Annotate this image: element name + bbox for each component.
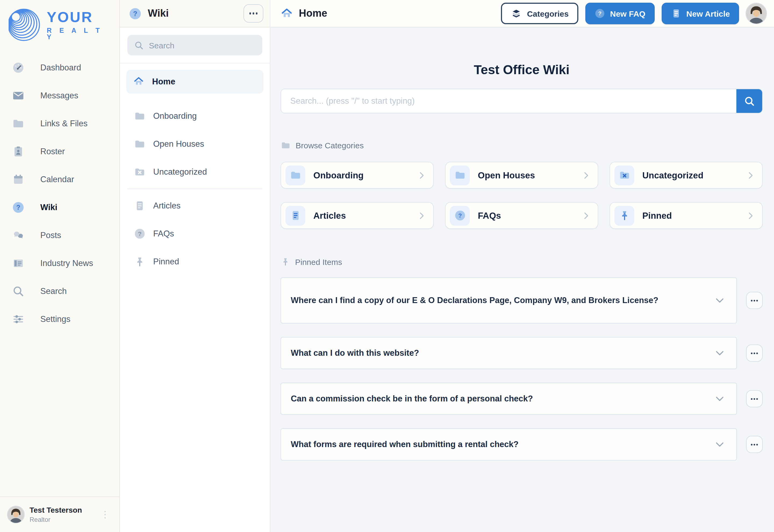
wiki-item-uncategorized[interactable]: Uncategorized [126, 158, 263, 186]
user-role: Realtor [30, 516, 92, 523]
sidebar-item-calendar[interactable]: Calendar [0, 166, 119, 193]
user-avatar [8, 506, 24, 523]
article-icon [134, 200, 146, 212]
main-area: Home Categories New FAQ New Article [270, 0, 774, 532]
search-icon [743, 95, 755, 107]
folder-icon [281, 140, 291, 150]
main-search-input[interactable] [281, 89, 736, 113]
app-window: YOUR R E A L T Y Dashboard Messages Link… [0, 0, 774, 532]
sidebar: YOUR R E A L T Y Dashboard Messages Link… [0, 0, 120, 532]
brand-name-sub: R E A L T Y [47, 27, 114, 41]
pin-icon [614, 206, 634, 225]
user-profile[interactable]: Test Testerson Realtor ⋮ [0, 497, 119, 532]
sidebar-item-search[interactable]: Search [0, 277, 119, 305]
sidebar-nav: Dashboard Messages Links & Files Roster … [0, 54, 119, 497]
pinned-item-menu-button[interactable] [746, 292, 763, 309]
article-icon [671, 8, 682, 19]
wiki-search-input[interactable] [149, 41, 256, 50]
chevron-down-icon[interactable] [714, 294, 726, 306]
page-title: Test Office Wiki [281, 62, 763, 78]
wiki-search-section [120, 27, 270, 63]
pinned-question-card[interactable]: What can I do with this website? [281, 337, 737, 369]
home-icon [280, 7, 293, 20]
envelope-icon [12, 89, 25, 102]
chevron-down-icon[interactable] [714, 347, 726, 359]
chevron-down-icon[interactable] [714, 393, 726, 405]
question-circle-icon [450, 206, 470, 225]
pinned-items-label: Pinned Items [281, 257, 763, 267]
wiki-item-label: Articles [153, 201, 181, 211]
categories-button[interactable]: Categories [501, 3, 578, 24]
wiki-item-articles[interactable]: Articles [126, 192, 263, 220]
layers-icon [511, 8, 522, 19]
sidebar-item-label: Links & Files [40, 119, 88, 128]
sidebar-item-label: Messages [40, 91, 78, 100]
pinned-question-card[interactable]: Where can I find a copy of our E & O Dec… [281, 277, 737, 323]
sidebar-item-messages[interactable]: Messages [0, 82, 119, 110]
category-card-open-houses[interactable]: Open Houses [445, 162, 598, 189]
header-actions: Categories New FAQ New Article [501, 3, 766, 24]
folder-icon [450, 165, 470, 185]
pinned-item-menu-button[interactable] [746, 436, 763, 453]
user-menu-icon[interactable]: ⋮ [97, 508, 113, 521]
new-faq-button[interactable]: New FAQ [585, 3, 655, 24]
pinned-question-text: What can I do with this website? [291, 345, 435, 361]
search-icon [12, 285, 25, 298]
wiki-menu-button[interactable] [243, 4, 263, 23]
wiki-question-icon [128, 7, 142, 20]
chevron-down-icon[interactable] [714, 438, 726, 450]
pinned-question-card[interactable]: What forms are required when submitting … [281, 428, 737, 461]
sidebar-item-dashboard[interactable]: Dashboard [0, 54, 119, 82]
sidebar-item-links-files[interactable]: Links & Files [0, 110, 119, 138]
pin-icon [281, 257, 290, 267]
pinned-item-menu-button[interactable] [746, 344, 763, 362]
chevron-right-icon [417, 170, 427, 180]
main-header: Home Categories New FAQ New Article [270, 0, 774, 27]
page-header-title: Home [299, 8, 327, 19]
sidebar-item-posts[interactable]: Posts [0, 221, 119, 249]
pinned-item-row: What can I do with this website? [281, 337, 763, 369]
category-card-faqs[interactable]: FAQs [445, 202, 598, 229]
user-name: Test Testerson [30, 506, 92, 514]
user-avatar[interactable] [746, 3, 766, 24]
folder-x-icon [134, 166, 146, 178]
wiki-item-faqs[interactable]: FAQs [126, 220, 263, 248]
pinned-item-menu-button[interactable] [746, 390, 763, 407]
home-icon [133, 76, 145, 88]
category-card-uncategorized[interactable]: Uncategorized [610, 162, 763, 189]
sidebar-item-wiki[interactable]: Wiki [0, 193, 119, 221]
wiki-panel-header: Wiki [120, 0, 270, 27]
main-search [281, 89, 763, 113]
wiki-item-onboarding[interactable]: Onboarding [126, 102, 263, 130]
pinned-question-card[interactable]: Can a commission check be in the form of… [281, 383, 737, 415]
divider [127, 189, 262, 189]
wiki-nav-list: Home Onboarding Open Houses Uncategorize… [120, 63, 270, 282]
main-content: Test Office Wiki Browse Categories Onboa… [270, 27, 774, 532]
category-card-articles[interactable]: Articles [281, 202, 434, 229]
wiki-item-label: Home [152, 77, 175, 87]
folder-icon [134, 110, 146, 122]
wiki-item-open-houses[interactable]: Open Houses [126, 130, 263, 158]
folder-icon [134, 138, 146, 150]
pinned-item-row: Can a commission check be in the form of… [281, 383, 763, 415]
brand-spiral-icon [9, 9, 42, 42]
sidebar-item-roster[interactable]: Roster [0, 138, 119, 166]
wiki-item-home[interactable]: Home [126, 70, 263, 94]
wiki-item-pinned[interactable]: Pinned [126, 248, 263, 276]
question-circle-icon [594, 8, 605, 19]
sidebar-item-settings[interactable]: Settings [0, 305, 119, 333]
pinned-question-text: Can a commission check be in the form of… [291, 391, 549, 407]
main-search-button[interactable] [736, 89, 762, 113]
category-card-onboarding[interactable]: Onboarding [281, 162, 434, 189]
new-article-button[interactable]: New Article [662, 3, 739, 24]
wiki-item-label: Open Houses [153, 139, 204, 149]
wiki-item-label: Onboarding [153, 111, 197, 121]
sidebar-item-label: Posts [40, 231, 61, 240]
folder-x-icon [614, 165, 634, 185]
sidebar-item-industry-news[interactable]: Industry News [0, 249, 119, 277]
chat-bubbles-icon [12, 229, 25, 242]
sidebar-item-label: Industry News [40, 258, 93, 268]
category-card-pinned[interactable]: Pinned [610, 202, 763, 229]
brand-logo: YOUR R E A L T Y [0, 0, 119, 54]
calendar-icon [12, 173, 25, 186]
